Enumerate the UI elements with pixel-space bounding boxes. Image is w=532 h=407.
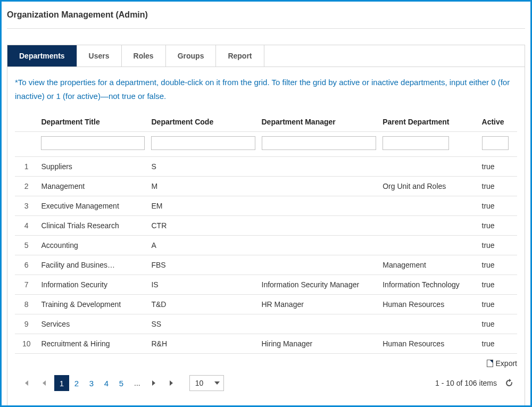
- tab-roles[interactable]: Roles: [122, 45, 166, 67]
- pager-first-button[interactable]: [18, 375, 34, 391]
- row-index: 6: [15, 255, 38, 275]
- row-manager: Information Security Manager: [259, 275, 380, 295]
- page-size-value: 10: [190, 379, 211, 387]
- refresh-button[interactable]: [504, 378, 514, 388]
- row-parent: Human Resources: [379, 295, 478, 314]
- page-title: Organization Management (Admin): [7, 6, 525, 29]
- row-code: S: [148, 157, 258, 177]
- chevron-left-icon: [41, 379, 47, 387]
- table-row[interactable]: 2ManagementMOrg Unit and Rolestrue: [15, 177, 517, 196]
- pager-next-button[interactable]: [146, 375, 162, 391]
- pager-prev-button[interactable]: [36, 375, 52, 391]
- col-manager[interactable]: Department Manager: [259, 112, 380, 132]
- tab-users[interactable]: Users: [77, 45, 122, 67]
- filter-title[interactable]: [41, 136, 145, 150]
- row-manager: [259, 157, 380, 177]
- row-index: 7: [15, 275, 38, 295]
- row-title: Information Security: [38, 275, 148, 295]
- table-row[interactable]: 10Recruitment & HiringR&HHiring ManagerH…: [15, 334, 517, 354]
- row-active: true: [479, 334, 517, 354]
- col-active[interactable]: Active: [479, 112, 517, 132]
- table-row[interactable]: 7Information SecurityISInformation Secur…: [15, 275, 517, 295]
- table-row[interactable]: 6Facility and Busines…FBSManagementtrue: [15, 255, 517, 275]
- row-index: 8: [15, 295, 38, 314]
- row-code: SS: [148, 314, 258, 334]
- table-row[interactable]: 1SuppliersStrue: [15, 157, 517, 177]
- pager-page-2[interactable]: 2: [69, 375, 84, 391]
- row-code: IS: [148, 275, 258, 295]
- row-parent: [379, 196, 478, 216]
- chevron-right-icon: [151, 379, 157, 387]
- pager-last-button[interactable]: [164, 375, 180, 391]
- first-page-icon: [22, 379, 30, 387]
- row-parent: [379, 157, 478, 177]
- pager-page-3[interactable]: 3: [84, 375, 99, 391]
- row-parent: [379, 314, 478, 334]
- col-code[interactable]: Department Code: [148, 112, 258, 132]
- filter-manager[interactable]: [262, 136, 377, 150]
- row-title: Facility and Busines…: [38, 255, 148, 275]
- caret-down-icon: [211, 381, 223, 385]
- row-parent: Management: [379, 255, 478, 275]
- row-code: A: [148, 236, 258, 255]
- col-index: [15, 112, 38, 132]
- row-index: 5: [15, 236, 38, 255]
- row-title: Clinical Trials Research: [38, 216, 148, 236]
- row-index: 1: [15, 157, 38, 177]
- filter-code[interactable]: [151, 136, 255, 150]
- row-active: true: [479, 295, 517, 314]
- row-manager: [259, 314, 380, 334]
- row-active: true: [479, 275, 517, 295]
- row-code: R&H: [148, 334, 258, 354]
- row-code: T&D: [148, 295, 258, 314]
- document-icon: [487, 360, 493, 367]
- table-row[interactable]: 9ServicesSStrue: [15, 314, 517, 334]
- row-active: true: [479, 157, 517, 177]
- row-active: true: [479, 236, 517, 255]
- row-manager: [259, 177, 380, 196]
- row-active: true: [479, 314, 517, 334]
- row-code: CTR: [148, 216, 258, 236]
- row-parent: [379, 236, 478, 255]
- row-index: 10: [15, 334, 38, 354]
- row-manager: [259, 236, 380, 255]
- row-title: Suppliers: [38, 157, 148, 177]
- row-title: Executive Management: [38, 196, 148, 216]
- page-size-select[interactable]: 10: [189, 375, 225, 391]
- filter-active[interactable]: [482, 136, 509, 150]
- row-manager: [259, 255, 380, 275]
- filter-parent[interactable]: [383, 136, 449, 150]
- tab-groups[interactable]: Groups: [166, 45, 217, 67]
- pager-ellipsis[interactable]: ...: [131, 379, 144, 387]
- tab-report[interactable]: Report: [216, 45, 264, 67]
- departments-grid: Department Title Department Code Departm…: [15, 112, 517, 354]
- row-parent: Human Resources: [379, 334, 478, 354]
- table-row[interactable]: 5AccountingAtrue: [15, 236, 517, 255]
- row-title: Management: [38, 177, 148, 196]
- table-row[interactable]: 3Executive ManagementEMtrue: [15, 196, 517, 216]
- pager-page-5[interactable]: 5: [114, 375, 129, 391]
- row-manager: [259, 216, 380, 236]
- row-code: EM: [148, 196, 258, 216]
- row-title: Recruitment & Hiring: [38, 334, 148, 354]
- table-row[interactable]: 8Training & DevelopmentT&DHR ManagerHuma…: [15, 295, 517, 314]
- row-active: true: [479, 196, 517, 216]
- row-title: Services: [38, 314, 148, 334]
- pager-page-4[interactable]: 4: [99, 375, 114, 391]
- row-title: Accounting: [38, 236, 148, 255]
- row-active: true: [479, 177, 517, 196]
- row-index: 9: [15, 314, 38, 334]
- row-index: 4: [15, 216, 38, 236]
- row-parent: [379, 216, 478, 236]
- row-parent: Information Technology: [379, 275, 478, 295]
- tab-departments[interactable]: Departments: [7, 45, 77, 67]
- col-parent[interactable]: Parent Department: [379, 112, 478, 132]
- row-code: M: [148, 177, 258, 196]
- col-title[interactable]: Department Title: [38, 112, 148, 132]
- pager: 12345 ... 10 1 -: [15, 372, 517, 401]
- export-button[interactable]: Export: [487, 359, 517, 368]
- row-title: Training & Development: [38, 295, 148, 314]
- last-page-icon: [168, 379, 176, 387]
- pager-page-1[interactable]: 1: [54, 375, 69, 391]
- table-row[interactable]: 4Clinical Trials ResearchCTRtrue: [15, 216, 517, 236]
